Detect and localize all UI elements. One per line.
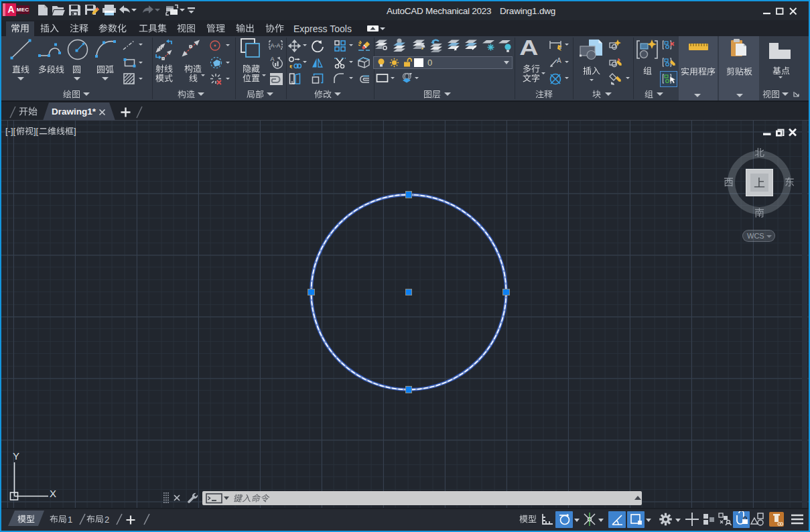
svg-text:X: X xyxy=(50,488,56,499)
svg-text:A: A xyxy=(519,37,538,57)
svg-text:A: A xyxy=(271,56,275,62)
svg-text:A-A: A-A xyxy=(271,42,281,49)
svg-text:A: A xyxy=(557,57,561,64)
svg-text:Y: Y xyxy=(13,450,19,462)
